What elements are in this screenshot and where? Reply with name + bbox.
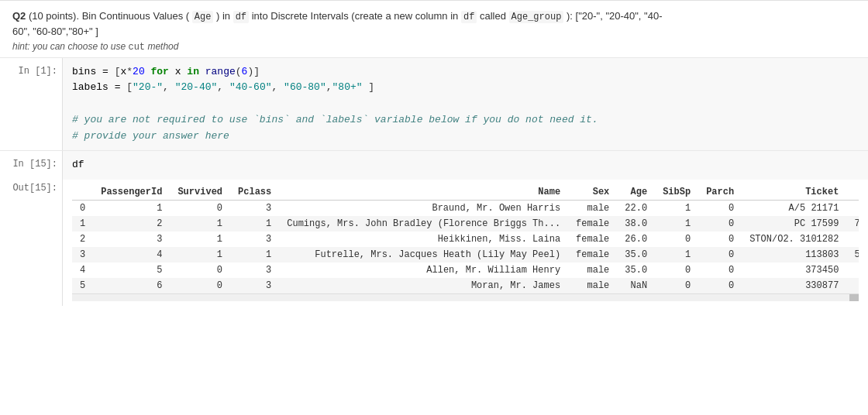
col-survived: Survived	[170, 184, 230, 201]
question-desc1: Bin Continuous Values (	[82, 10, 192, 22]
code-block-in15: df	[72, 157, 859, 173]
table-cell: 1	[170, 247, 230, 262]
table-cell: female	[568, 247, 617, 262]
col-age: Age	[617, 184, 655, 201]
table-cell: Braund, Mr. Owen Harris	[279, 201, 568, 217]
table-cell: 330877	[742, 278, 846, 293]
table-cell: female	[568, 216, 617, 232]
table-cell: 1	[93, 201, 170, 217]
table-cell: STON/O2. 3101282	[742, 232, 846, 247]
table-row: 4503Allen, Mr. William Henrymale35.00037…	[72, 262, 859, 278]
question-block: Q2 (10 points). Bin Continuous Values ( …	[0, 0, 868, 57]
table-cell: 0	[698, 247, 742, 262]
table-cell: 0	[655, 232, 698, 247]
table-cell: Futrelle, Mrs. Jacques Heath (Lily May P…	[279, 247, 568, 262]
question-text: Q2 (10 points). Bin Continuous Values ( …	[12, 9, 856, 39]
table-cell: 373450	[742, 262, 846, 278]
table-cell: 0	[698, 278, 742, 293]
table-cell: 4	[93, 247, 170, 262]
table-cell: 22.0	[617, 201, 655, 217]
table-cell: 38.0	[617, 216, 655, 232]
question-points: (10 points).	[29, 10, 79, 22]
cell-in15-label: In [15]:	[0, 151, 62, 180]
table-body: 0103Braund, Mr. Owen Harrismale22.010A/5…	[72, 201, 859, 294]
table-cell: 8.4583	[846, 278, 859, 293]
table-cell: 0	[655, 262, 698, 278]
table-cell: 0	[72, 201, 93, 217]
table-row: 0103Braund, Mr. Owen Harrismale22.010A/5…	[72, 201, 859, 217]
table-row: 3411Futrelle, Mrs. Jacques Heath (Lily M…	[72, 247, 859, 262]
question-label: Q2	[12, 10, 26, 22]
df-inline2: df	[461, 11, 477, 23]
col-sex: Sex	[568, 184, 617, 201]
col-index	[72, 184, 93, 201]
table-cell: 3	[230, 201, 279, 217]
table-cell: male	[568, 201, 617, 217]
table-cell: Moran, Mr. James	[279, 278, 568, 293]
question-desc-in: ) in	[216, 10, 233, 22]
dataframe-table: PassengerId Survived Pclass Name Sex Age…	[72, 184, 859, 293]
table-cell: 7.2500	[846, 201, 859, 217]
question-desc4: ): ["20-", "20-40", "40-	[567, 10, 663, 22]
hint-text: hint: you can choose to use cut method	[12, 41, 856, 53]
question-desc2: into Discrete Intervals (create a new co…	[252, 10, 461, 22]
code-block-in1: bins = [x*20 for x in range(6)] labels =…	[72, 64, 859, 145]
cut-inline: cut	[128, 42, 145, 53]
col-passengerid: PassengerId	[93, 184, 170, 201]
table-cell: 113803	[742, 247, 846, 262]
table-cell: 1	[655, 216, 698, 232]
cell-in1-label: In [1]:	[0, 58, 62, 151]
col-pclass: Pclass	[230, 184, 279, 201]
table-cell: Heikkinen, Miss. Laina	[279, 232, 568, 247]
table-cell: 0	[655, 278, 698, 293]
table-cell: A/5 21171	[742, 201, 846, 217]
table-cell: 3	[230, 232, 279, 247]
question-desc5: 60", "60-80","80+" ]	[12, 26, 98, 37]
table-cell: 0	[698, 216, 742, 232]
table-cell: 3	[93, 232, 170, 247]
table-cell: 0	[170, 278, 230, 293]
table-cell: 3	[230, 262, 279, 278]
table-cell: 0	[170, 201, 230, 217]
table-cell: Allen, Mr. William Henry	[279, 262, 568, 278]
col-sibsp: SibSp	[655, 184, 698, 201]
table-cell: 5	[93, 262, 170, 278]
hint-label: hint: you can choose to use	[12, 41, 128, 52]
table-cell: 3	[72, 247, 93, 262]
notebook: Q2 (10 points). Bin Continuous Values ( …	[0, 0, 868, 415]
horizontal-scrollbar[interactable]	[72, 293, 859, 301]
col-fare: Fare	[846, 184, 859, 201]
table-cell: 26.0	[617, 232, 655, 247]
table-cell: 35.0	[617, 262, 655, 278]
table-cell: 1	[170, 216, 230, 232]
question-desc3: called	[480, 10, 509, 22]
table-cell: 0	[170, 262, 230, 278]
cell-out15: Out[15]: PassengerId Survived Pclass Nam…	[0, 180, 868, 306]
table-cell: 1	[655, 247, 698, 262]
table-cell: 1	[170, 232, 230, 247]
table-cell: 53.1000	[846, 247, 859, 262]
col-parch: Parch	[698, 184, 742, 201]
table-cell: 35.0	[617, 247, 655, 262]
age-inline: Age	[192, 11, 214, 23]
table-cell: male	[568, 262, 617, 278]
df-output-content: PassengerId Survived Pclass Name Sex Age…	[62, 180, 868, 306]
cell-in1-content[interactable]: bins = [x*20 for x in range(6)] labels =…	[62, 58, 868, 151]
table-cell: 71.2833	[846, 216, 859, 232]
table-cell: 2	[72, 232, 93, 247]
table-header-row: PassengerId Survived Pclass Name Sex Age…	[72, 184, 859, 201]
table-cell: 1	[655, 201, 698, 217]
dataframe-container: PassengerId Survived Pclass Name Sex Age…	[72, 184, 859, 293]
df-inline1: df	[233, 11, 249, 23]
col-ticket: Ticket	[742, 184, 846, 201]
table-row: 1211Cumings, Mrs. John Bradley (Florence…	[72, 216, 859, 232]
table-row: 2313Heikkinen, Miss. Lainafemale26.000ST…	[72, 232, 859, 247]
cell-in15: In [15]: df	[0, 150, 868, 180]
table-cell: PC 17599	[742, 216, 846, 232]
hint-method: method	[147, 41, 178, 52]
agegroup-inline: Age_group	[509, 11, 564, 23]
table-cell: 1	[230, 216, 279, 232]
col-name: Name	[279, 184, 568, 201]
cell-in15-content[interactable]: df	[62, 151, 868, 180]
table-cell: 1	[72, 216, 93, 232]
